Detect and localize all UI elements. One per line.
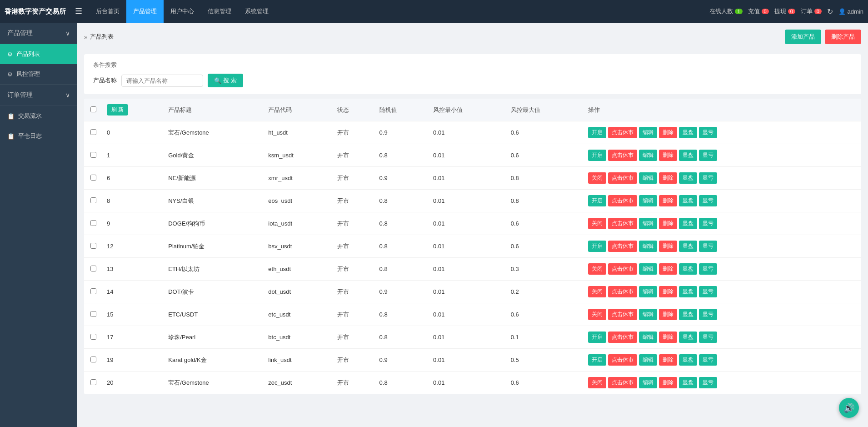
- show-board-button[interactable]: 显盘: [679, 241, 697, 252]
- edit-button[interactable]: 编辑: [639, 286, 657, 297]
- show-loss-button[interactable]: 显亏: [699, 354, 717, 366]
- toggle-open-button[interactable]: 关闭: [588, 263, 606, 275]
- nav-item-system[interactable]: 系统管理: [238, 0, 275, 23]
- toggle-open-button[interactable]: 开启: [588, 195, 606, 206]
- toggle-open-button[interactable]: 关闭: [588, 218, 606, 229]
- sidebar-item-transaction[interactable]: 📋 交易流水: [0, 106, 77, 126]
- show-loss-button[interactable]: 显亏: [699, 377, 717, 388]
- row-checkbox[interactable]: [90, 129, 96, 135]
- sidebar-item-risk[interactable]: ⚙ 风控管理: [0, 64, 77, 84]
- sidebar-group-order[interactable]: 订单管理 ∨: [0, 85, 77, 106]
- stop-market-button[interactable]: 点击休市: [608, 263, 637, 275]
- show-loss-button[interactable]: 显亏: [699, 150, 717, 161]
- stop-market-button[interactable]: 点击休市: [608, 150, 637, 161]
- toggle-open-button[interactable]: 开启: [588, 150, 606, 161]
- delete-button[interactable]: 删除: [659, 332, 677, 343]
- show-board-button[interactable]: 显盘: [679, 354, 697, 366]
- row-checkbox[interactable]: [90, 220, 96, 226]
- stop-market-button[interactable]: 点击休市: [608, 127, 637, 138]
- edit-button[interactable]: 编辑: [639, 309, 657, 320]
- search-button[interactable]: 🔍 搜 索: [208, 74, 243, 87]
- edit-button[interactable]: 编辑: [639, 218, 657, 229]
- show-board-button[interactable]: 显盘: [679, 332, 697, 343]
- show-loss-button[interactable]: 显亏: [699, 127, 717, 138]
- row-checkbox[interactable]: [90, 379, 96, 385]
- stop-market-button[interactable]: 点击休市: [608, 241, 637, 252]
- stop-market-button[interactable]: 点击休市: [608, 377, 637, 388]
- toggle-open-button[interactable]: 开启: [588, 332, 606, 343]
- show-board-button[interactable]: 显盘: [679, 286, 697, 297]
- show-loss-button[interactable]: 显亏: [699, 332, 717, 343]
- sidebar-item-close-log[interactable]: 📋 平仓日志: [0, 126, 77, 146]
- delete-button[interactable]: 删除: [659, 377, 677, 388]
- refresh-icon[interactable]: ↻: [827, 7, 833, 16]
- delete-button[interactable]: 删除: [659, 150, 677, 161]
- show-board-button[interactable]: 显盘: [679, 127, 697, 138]
- row-checkbox[interactable]: [90, 175, 96, 181]
- row-checkbox[interactable]: [90, 288, 96, 294]
- row-checkbox[interactable]: [90, 243, 96, 249]
- show-board-button[interactable]: 显盘: [679, 309, 697, 320]
- row-checkbox[interactable]: [90, 357, 96, 362]
- delete-button[interactable]: 删除: [659, 354, 677, 366]
- stop-market-button[interactable]: 点击休市: [608, 172, 637, 184]
- edit-button[interactable]: 编辑: [639, 150, 657, 161]
- show-loss-button[interactable]: 显亏: [699, 286, 717, 297]
- toggle-open-button[interactable]: 关闭: [588, 172, 606, 184]
- show-loss-button[interactable]: 显亏: [699, 241, 717, 252]
- stop-market-button[interactable]: 点击休市: [608, 218, 637, 229]
- row-checkbox[interactable]: [90, 266, 96, 271]
- delete-button[interactable]: 删除: [659, 263, 677, 275]
- show-loss-button[interactable]: 显亏: [699, 309, 717, 320]
- nav-item-product[interactable]: 产品管理: [126, 0, 164, 23]
- stop-market-button[interactable]: 点击休市: [608, 286, 637, 297]
- show-loss-button[interactable]: 显亏: [699, 218, 717, 229]
- refresh-button[interactable]: 刷 新: [107, 104, 128, 116]
- delete-button[interactable]: 删除: [659, 127, 677, 138]
- delete-product-button[interactable]: 删除产品: [825, 30, 861, 44]
- nav-item-user[interactable]: 用户中心: [164, 0, 201, 23]
- delete-button[interactable]: 删除: [659, 309, 677, 320]
- nav-item-backend[interactable]: 后台首页: [89, 0, 126, 23]
- show-board-button[interactable]: 显盘: [679, 172, 697, 184]
- row-checkbox[interactable]: [90, 197, 96, 203]
- edit-button[interactable]: 编辑: [639, 377, 657, 388]
- toggle-open-button[interactable]: 开启: [588, 241, 606, 252]
- stop-market-button[interactable]: 点击休市: [608, 354, 637, 366]
- edit-button[interactable]: 编辑: [639, 195, 657, 206]
- sidebar-group-product[interactable]: 产品管理 ∨: [0, 23, 77, 44]
- row-checkbox[interactable]: [90, 152, 96, 158]
- show-board-button[interactable]: 显盘: [679, 377, 697, 388]
- menu-icon[interactable]: ☰: [75, 6, 82, 16]
- toggle-open-button[interactable]: 关闭: [588, 309, 606, 320]
- delete-button[interactable]: 删除: [659, 241, 677, 252]
- edit-button[interactable]: 编辑: [639, 332, 657, 343]
- float-sound-button[interactable]: 🔊: [839, 398, 859, 418]
- edit-button[interactable]: 编辑: [639, 354, 657, 366]
- add-product-button[interactable]: 添加产品: [785, 30, 821, 44]
- show-board-button[interactable]: 显盘: [679, 263, 697, 275]
- delete-button[interactable]: 删除: [659, 286, 677, 297]
- row-checkbox[interactable]: [90, 334, 96, 340]
- toggle-open-button[interactable]: 关闭: [588, 286, 606, 297]
- delete-button[interactable]: 删除: [659, 172, 677, 184]
- stop-market-button[interactable]: 点击休市: [608, 309, 637, 320]
- edit-button[interactable]: 编辑: [639, 263, 657, 275]
- delete-button[interactable]: 删除: [659, 218, 677, 229]
- show-loss-button[interactable]: 显亏: [699, 195, 717, 206]
- show-loss-button[interactable]: 显亏: [699, 263, 717, 275]
- stop-market-button[interactable]: 点击休市: [608, 195, 637, 206]
- show-board-button[interactable]: 显盘: [679, 195, 697, 206]
- show-board-button[interactable]: 显盘: [679, 218, 697, 229]
- select-all-checkbox[interactable]: [90, 106, 96, 112]
- edit-button[interactable]: 编辑: [639, 172, 657, 184]
- stop-market-button[interactable]: 点击休市: [608, 332, 637, 343]
- nav-item-info[interactable]: 信息管理: [201, 0, 238, 23]
- row-checkbox[interactable]: [90, 311, 96, 317]
- show-board-button[interactable]: 显盘: [679, 150, 697, 161]
- search-input[interactable]: [121, 75, 203, 87]
- toggle-open-button[interactable]: 开启: [588, 354, 606, 366]
- show-loss-button[interactable]: 显亏: [699, 172, 717, 184]
- delete-button[interactable]: 删除: [659, 195, 677, 206]
- edit-button[interactable]: 编辑: [639, 127, 657, 138]
